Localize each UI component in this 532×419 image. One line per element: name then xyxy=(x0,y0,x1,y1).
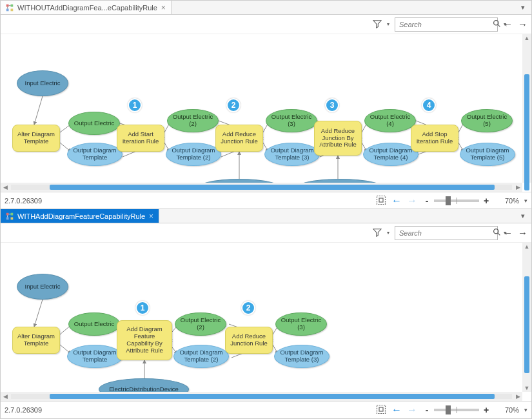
node-output-diagram-template-2[interactable]: Output Diagram Template (2) xyxy=(173,345,229,368)
zoom-out-button[interactable]: - xyxy=(422,405,431,415)
node-label: Output Electric xyxy=(74,120,114,127)
model-canvas[interactable]: Input ElectricAlter Diagram TemplateOutp… xyxy=(1,34,522,183)
chevron-down-icon[interactable]: ▾ xyxy=(387,230,389,236)
svg-rect-2 xyxy=(6,8,9,11)
zoom-percent: 70% xyxy=(496,406,519,414)
node-output-electric-2[interactable]: Output Electric (2) xyxy=(175,312,226,336)
node-alter-diagram-template[interactable]: Alter Diagram Template xyxy=(12,327,60,354)
node-add-reduce-junction-rule[interactable]: Add Reduce Junction Rule xyxy=(215,125,263,152)
node-output-electric-3[interactable]: Output Electric (3) xyxy=(275,312,327,336)
horizontal-scrollbar[interactable]: ◀▶ xyxy=(1,392,522,401)
nav-forward-icon[interactable]: → xyxy=(518,19,527,29)
node-output-electric-2[interactable]: Output Electric (2) xyxy=(167,109,219,132)
search-icon[interactable] xyxy=(493,19,501,29)
node-output-electric[interactable]: Output Electric xyxy=(68,112,120,135)
fit-extent-icon[interactable] xyxy=(376,404,386,416)
chevron-down-icon[interactable]: ▾ xyxy=(524,198,527,204)
scroll-thumb[interactable] xyxy=(524,276,529,373)
filter-icon[interactable] xyxy=(373,19,382,30)
step-badge: 4 xyxy=(422,98,436,112)
editor-tab[interactable]: WITHAddDiagramFeatureCapabilityRule× xyxy=(1,209,159,223)
node-add-start-iteration-rule[interactable]: Add Start Iteration Rule xyxy=(117,125,164,152)
scroll-thumb[interactable] xyxy=(524,74,529,190)
vertical-scrollbar[interactable]: ▲▼ xyxy=(522,243,531,392)
search-input[interactable] xyxy=(398,229,490,238)
node-label: Output Diagram Template (2) xyxy=(177,349,226,363)
zoom-knob[interactable] xyxy=(446,405,451,414)
version-label: 2.7.0.26309 xyxy=(5,406,42,414)
search-input[interactable] xyxy=(398,20,490,29)
zoom-slider[interactable]: -+ xyxy=(422,405,491,415)
node-input-electric[interactable]: Input Electric xyxy=(17,70,68,96)
node-output-diagram-template-2[interactable]: Output Diagram Template (2) xyxy=(166,143,221,166)
vertical-scrollbar[interactable]: ▲▼ xyxy=(522,34,531,183)
scroll-thumb[interactable] xyxy=(50,185,495,190)
node-label: Output Diagram Template (3) xyxy=(268,147,317,161)
scroll-left-icon[interactable]: ◀ xyxy=(1,393,10,400)
nav-back-icon[interactable]: ← xyxy=(503,19,513,29)
node-output-diagram-template-3[interactable]: Output Diagram Template (3) xyxy=(274,345,330,368)
chevron-down-icon[interactable]: ▾ xyxy=(524,407,527,413)
node-output-diagram-template-5[interactable]: Output Diagram Template (5) xyxy=(460,143,515,166)
node-label: Alter Diagram Template xyxy=(15,131,57,145)
scroll-thumb[interactable] xyxy=(50,394,495,399)
history-back-button[interactable]: ← xyxy=(391,405,402,415)
node-output-electric-3[interactable]: Output Electric (3) xyxy=(266,109,317,132)
nav-back-icon[interactable]: ← xyxy=(503,228,513,238)
zoom-knob[interactable] xyxy=(446,196,451,205)
node-output-electric-4[interactable]: Output Electric (4) xyxy=(364,109,416,132)
step-badge: 1 xyxy=(128,98,142,112)
svg-rect-1 xyxy=(11,4,14,6)
step-badge: 2 xyxy=(226,98,241,112)
svg-rect-33 xyxy=(6,217,9,220)
node-input-electric[interactable]: Input Electric xyxy=(17,274,68,300)
svg-rect-3 xyxy=(11,8,14,11)
zoom-percent: 70% xyxy=(496,197,519,205)
model-canvas[interactable]: Input ElectricAlter Diagram TemplateOutp… xyxy=(1,243,522,392)
filter-icon[interactable] xyxy=(373,228,382,238)
node-label: Output Electric (4) xyxy=(368,114,413,128)
node-add-reduce-junction-rule[interactable]: Add Reduce Junction Rule xyxy=(225,327,273,354)
node-output-diagram-template-3[interactable]: Output Diagram Template (3) xyxy=(264,143,320,166)
node-alter-diagram-template[interactable]: Alter Diagram Template xyxy=(12,125,60,152)
zoom-in-button[interactable]: + xyxy=(482,196,491,206)
scroll-up-icon[interactable]: ▲ xyxy=(522,243,531,250)
zoom-in-button[interactable]: + xyxy=(482,405,491,415)
node-output-electric-5[interactable]: Output Electric (5) xyxy=(461,109,513,132)
toolbar: ▾▾←→ xyxy=(1,223,531,243)
tab-menu-dropdown[interactable]: ▾ xyxy=(517,2,529,14)
editor-tab[interactable]: WITHOUTAddDiagramFea...eCapabilityRule× xyxy=(1,1,172,14)
history-back-button[interactable]: ← xyxy=(391,196,402,206)
nav-forward-icon[interactable]: → xyxy=(518,228,527,238)
scroll-right-icon[interactable]: ▶ xyxy=(513,393,522,400)
node-output-electric[interactable]: Output Electric xyxy=(68,312,120,336)
scroll-down-icon[interactable]: ▼ xyxy=(522,384,531,392)
node-add-diagram-feature-capability-by-attribute-rule[interactable]: Add Diagram Feature Capability By Attrib… xyxy=(117,320,172,360)
history-forward-button: → xyxy=(407,196,417,206)
node-label: Output Diagram Template (3) xyxy=(277,349,326,363)
node-add-reduce-junction-by-attribute-rule[interactable]: Add Reduce Junction By Attribute Rule xyxy=(314,121,362,156)
node-add-stop-iteration-rule[interactable]: Add Stop Iteration Rule xyxy=(411,125,458,152)
node-label: Output Diagram Template (4) xyxy=(366,147,415,161)
chevron-down-icon[interactable]: ▾ xyxy=(387,21,389,27)
scroll-left-icon[interactable]: ◀ xyxy=(1,184,10,190)
tab-menu-dropdown[interactable]: ▾ xyxy=(517,210,529,222)
horizontal-scrollbar[interactable]: ◀▶ xyxy=(1,183,522,192)
node-label: Add Reduce Junction By Attribute Rule xyxy=(317,128,359,149)
zoom-slider[interactable]: -+ xyxy=(422,196,491,206)
scroll-up-icon[interactable]: ▲ xyxy=(522,34,531,42)
svg-line-8 xyxy=(34,96,43,125)
close-icon[interactable]: × xyxy=(149,212,153,221)
node-label: Output Electric xyxy=(74,321,114,328)
search-box[interactable]: ▾ xyxy=(395,17,498,32)
search-icon[interactable] xyxy=(493,228,501,238)
node-output-diagram-template[interactable]: Output Diagram Template xyxy=(67,345,123,368)
fit-extent-icon[interactable] xyxy=(376,195,386,207)
node-label: Output Electric (5) xyxy=(464,114,509,128)
tab-title: WITHAddDiagramFeatureCapabilityRule xyxy=(17,212,145,220)
close-icon[interactable]: × xyxy=(161,3,166,12)
node-output-diagram-template[interactable]: Output Diagram Template xyxy=(67,143,123,166)
zoom-out-button[interactable]: - xyxy=(422,196,431,206)
scroll-right-icon[interactable]: ▶ xyxy=(513,184,522,190)
search-box[interactable]: ▾ xyxy=(395,226,498,240)
